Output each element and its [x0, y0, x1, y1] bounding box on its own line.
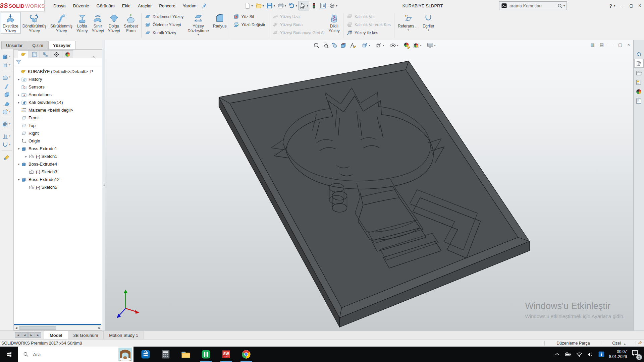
scrollbar-thumb[interactable] [19, 326, 56, 330]
dropdown-caret[interactable]: ▾ [307, 4, 308, 7]
quick-access-button[interactable] [319, 1, 327, 10]
feature-toolbar-button[interactable]: ▾ [2, 52, 12, 61]
task-pane-button[interactable] [634, 87, 644, 96]
feature-toolbar-button[interactable]: ▾ [2, 108, 12, 118]
tree-item[interactable]: Malzeme <belirli değil> [14, 106, 102, 114]
quick-access-button[interactable]: ▾ [276, 1, 287, 10]
tree-item[interactable]: ▾ Boss-Extrude12 [14, 176, 102, 183]
search-highlight-image[interactable] [117, 348, 133, 361]
tree-item[interactable]: (-) Sketch5 [14, 183, 102, 191]
document-tab[interactable]: Motion Study 1 [104, 331, 144, 339]
feature-toolbar-button[interactable]: ▾ [2, 61, 12, 71]
dropdown-caret[interactable]: ▾ [274, 4, 275, 7]
feature-toolbar-button[interactable]: ▾ [2, 132, 12, 140]
ribbon-big-button[interactable]: SürüklenmişYüzey [48, 12, 74, 34]
task-pane-button[interactable] [634, 68, 644, 77]
pin-menu-icon[interactable] [201, 3, 207, 9]
task-pane-button[interactable] [634, 59, 644, 68]
ribbon-small-button[interactable]: Düzlemsel Yüzey [145, 14, 183, 19]
tag-icon[interactable] [636, 341, 644, 346]
tree-expand-arrow[interactable]: ▾ [16, 178, 21, 181]
ribbon-big-button[interactable]: LoftluYüzey [74, 12, 90, 34]
ribbon-big-button[interactable]: SerbestForm [122, 12, 140, 34]
feature-manager-tab[interactable] [18, 50, 29, 58]
tree-item[interactable]: Origin [14, 137, 102, 145]
tab-nav-button[interactable]: |◀ [15, 332, 21, 338]
dropdown-caret[interactable]: ▾ [336, 4, 337, 7]
taskbar-app-button[interactable] [176, 347, 196, 362]
menu-item[interactable]: Yardım [179, 1, 200, 11]
task-pane-button[interactable] [634, 78, 644, 86]
quick-access-button[interactable]: ▾ [254, 1, 265, 10]
wifi-icon[interactable] [576, 351, 583, 358]
doc-window-control[interactable]: ▤ [600, 42, 604, 47]
menu-item[interactable]: Düzenle [69, 1, 93, 11]
ribbon-big-button[interactable]: SınırYüzeyi [90, 12, 106, 34]
tree-expand-arrow[interactable]: ▸ [24, 155, 29, 158]
filter-funnel-icon[interactable] [16, 59, 21, 65]
view-toolbar-button[interactable]: ▾ [411, 41, 422, 50]
view-toolbar-button[interactable]: ▾ [360, 41, 371, 50]
feature-toolbar-button[interactable] [3, 90, 10, 99]
battery-icon[interactable] [565, 351, 572, 358]
help-button[interactable]: ? [609, 3, 612, 9]
view-toolbar-button[interactable] [339, 41, 348, 50]
scroll-right-icon[interactable]: ▶ [97, 326, 102, 329]
tree-horizontal-scrollbar[interactable]: ◀ ▶ [14, 325, 102, 330]
tree-expand-arrow[interactable]: ▾ [16, 163, 21, 166]
ribbon-big-button[interactable]: EkstrüzeYüzey [1, 12, 20, 34]
tree-expand-arrow[interactable]: ▸ [16, 78, 21, 81]
command-tab[interactable]: Yüzeyler [48, 41, 75, 49]
taskbar-app-button[interactable] [196, 347, 216, 362]
restore-button[interactable]: ▢ [629, 3, 633, 8]
feature-toolbar-button[interactable]: ▾ [2, 140, 12, 151]
view-toolbar-button[interactable]: ▾ [425, 41, 436, 50]
info-tray-icon[interactable] [598, 351, 605, 358]
notification-center-button[interactable]: 3 [631, 349, 640, 359]
view-toolbar-button[interactable] [348, 41, 357, 50]
tree-expand-arrow[interactable]: ▸ [16, 93, 21, 97]
taskbar-app-button[interactable] [216, 347, 236, 362]
command-tab[interactable]: Çizim [28, 41, 48, 49]
ribbon-big-button[interactable]: Eğriler▾ [421, 12, 436, 32]
view-toolbar-button[interactable] [312, 41, 321, 50]
tree-item[interactable]: KURABİYE (Default<<Default>_P [14, 68, 102, 75]
clock[interactable]: 00:07 8.01.2026 [609, 349, 627, 359]
ribbon-small-button[interactable]: Kalınlık Vererek Kes [347, 22, 391, 27]
feature-manager-tab[interactable] [51, 50, 62, 58]
quick-access-button[interactable]: ▾ [265, 1, 276, 10]
tree-item[interactable]: ▸ Katı Gövdeler(14) [14, 99, 102, 106]
quick-access-button[interactable] [310, 1, 318, 10]
tree-item[interactable]: Top [14, 122, 102, 129]
taskbar-app-button[interactable] [156, 347, 176, 362]
graphics-viewport[interactable]: ▾ ▾ ▾ ▾ [105, 40, 633, 330]
tree-item[interactable]: ▾ Boss-Extrude1 [14, 145, 102, 153]
ribbon-small-button[interactable]: Yüzü Değiştir [233, 22, 265, 27]
feature-toolbar-button[interactable]: ▾ [2, 73, 12, 81]
start-button[interactable] [0, 347, 18, 362]
menu-item[interactable]: Görünüm [93, 1, 118, 11]
ribbon-small-button[interactable]: Öteleme Yüzeyi [145, 22, 183, 27]
ribbon-small-button[interactable]: Yüz Sil [233, 14, 265, 19]
menu-item[interactable]: Pencere [155, 1, 179, 11]
doc-window-control[interactable]: ▢ [618, 42, 622, 47]
dropdown-caret[interactable]: ▾ [252, 4, 253, 7]
doc-window-control[interactable]: — [609, 42, 613, 47]
ribbon-big-button[interactable]: DikiliYüzey [327, 12, 342, 34]
tree-item[interactable]: (-) Sketch3 [14, 168, 102, 176]
task-pane-button[interactable] [634, 97, 644, 105]
splitter-handle[interactable] [103, 184, 105, 186]
tree-expand-arrow[interactable]: ▸ [16, 101, 21, 104]
panel-splitter[interactable] [103, 40, 105, 330]
close-button[interactable]: × [638, 3, 641, 9]
tree-item[interactable]: Right [14, 129, 102, 137]
view-toolbar-button[interactable]: ▾ [374, 41, 385, 50]
model-canvas[interactable] [105, 40, 633, 330]
command-search[interactable]: ▾ [499, 1, 567, 10]
doc-window-control[interactable]: × [627, 42, 630, 47]
tab-nav-button[interactable]: ▶| [35, 332, 41, 338]
tab-nav-button[interactable]: ▶ [28, 332, 35, 338]
search-input[interactable] [509, 3, 557, 9]
feature-toolbar-button[interactable] [3, 99, 10, 108]
ribbon-small-button[interactable]: Kurallı Yüzey [145, 30, 183, 36]
